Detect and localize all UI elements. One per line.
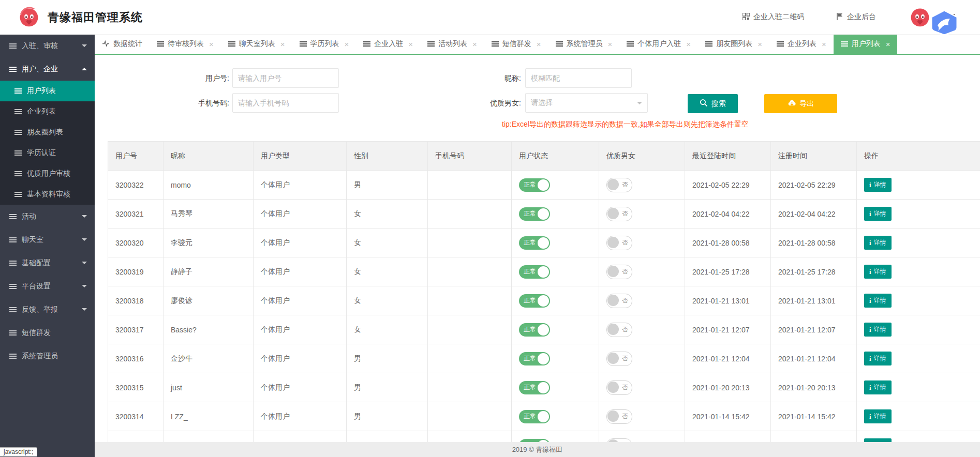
user-status-toggle[interactable]: 正常 xyxy=(519,323,550,337)
close-icon[interactable]: × xyxy=(209,40,214,48)
detail-button[interactable]: i详情 xyxy=(864,236,892,250)
sidebar-item-短信群发[interactable]: 短信群发 xyxy=(0,321,95,344)
sidebar-item-活动[interactable]: 活动 xyxy=(0,205,95,228)
premium-gender-toggle[interactable]: 否 xyxy=(606,207,632,221)
search-button-label: 搜索 xyxy=(711,99,726,109)
user-status-toggle[interactable]: 正常 xyxy=(519,352,550,365)
tab-个体用户入驻[interactable]: 个体用户入驻× xyxy=(619,34,698,54)
sidebar-item-用户、企业[interactable]: 用户、企业 xyxy=(0,57,95,81)
premium-gender-toggle[interactable]: 否 xyxy=(606,380,632,395)
user-status-toggle[interactable]: 正常 xyxy=(519,381,550,394)
tab-系统管理员[interactable]: 系统管理员× xyxy=(548,34,620,54)
list-icon xyxy=(363,41,370,47)
user-type-cell: 个体用户 xyxy=(254,402,347,431)
table-row: 3200319静静子个体用户女正常否2021-01-25 17:282021-0… xyxy=(108,257,980,286)
premium-gender-cell: 否 xyxy=(599,402,685,431)
list-icon xyxy=(9,353,17,359)
premium-gender-toggle[interactable]: 否 xyxy=(606,236,632,250)
premium-gender-select[interactable]: 请选择 xyxy=(525,93,648,113)
export-button[interactable]: 导出 xyxy=(764,94,837,113)
detail-button[interactable]: i详情 xyxy=(864,207,892,221)
close-icon[interactable]: × xyxy=(608,40,613,48)
premium-gender-toggle[interactable]: 否 xyxy=(606,294,632,308)
detail-button[interactable]: i详情 xyxy=(864,352,892,365)
enterprise-qr-link[interactable]: 企业入驻二维码 xyxy=(743,0,804,34)
sidebar-item-label: 基础配置 xyxy=(22,258,51,268)
sidebar-item-企业列表[interactable]: 企业列表 xyxy=(0,101,95,122)
sidebar-item-平台设置[interactable]: 平台设置 xyxy=(0,275,95,298)
user-status-toggle[interactable]: 正常 xyxy=(519,410,550,423)
close-icon[interactable]: × xyxy=(345,40,349,48)
user-id-input[interactable] xyxy=(232,68,339,88)
sidebar-item-朋友圈列表[interactable]: 朋友圈列表 xyxy=(0,122,95,143)
tab-企业列表[interactable]: 企业列表× xyxy=(769,34,834,54)
list-icon xyxy=(556,41,563,47)
sidebar-item-用户列表[interactable]: 用户列表 xyxy=(0,81,95,101)
sidebar-item-反馈、举报[interactable]: 反馈、举报 xyxy=(0,298,95,321)
detail-button[interactable]: i详情 xyxy=(864,178,892,192)
list-icon xyxy=(9,66,17,72)
premium-gender-toggle[interactable]: 否 xyxy=(606,409,632,424)
detail-button[interactable]: i详情 xyxy=(864,294,892,308)
toggle-knob xyxy=(607,353,619,364)
table-row: 3200315just个体用户男正常否2021-01-20 20:132021-… xyxy=(108,373,980,402)
sidebar-item-学历认证[interactable]: 学历认证 xyxy=(0,143,95,163)
close-icon[interactable]: × xyxy=(886,40,890,48)
registered-cell: 2021-01-21 12:07 xyxy=(771,315,857,344)
registered-cell: 2021-01-14 15:42 xyxy=(771,402,857,431)
sidebar-item-基本资料审核[interactable]: 基本资料审核 xyxy=(0,184,95,205)
sidebar-item-label: 用户、企业 xyxy=(22,65,58,74)
user-id-cell: 3200320 xyxy=(108,229,164,257)
close-icon[interactable]: × xyxy=(472,40,477,48)
user-type-cell: 个体用户 xyxy=(254,171,347,200)
user-status-toggle[interactable]: 正常 xyxy=(519,207,550,221)
sidebar-item-优质用户审核[interactable]: 优质用户审核 xyxy=(0,163,95,184)
sidebar-item-系统管理员[interactable]: 系统管理员 xyxy=(0,344,95,368)
detail-button[interactable]: i详情 xyxy=(864,409,892,423)
detail-button[interactable]: i详情 xyxy=(864,323,892,337)
premium-gender-toggle[interactable]: 否 xyxy=(606,265,632,279)
tab-bar: 数据统计待审核列表×聊天室列表×学历列表×企业入驻×活动列表×短信群发×系统管理… xyxy=(95,34,980,55)
tab-数据统计[interactable]: 数据统计 xyxy=(95,34,150,54)
tab-待审核列表[interactable]: 待审核列表× xyxy=(150,34,221,54)
user-id-cell: 3200321 xyxy=(108,200,164,229)
search-icon xyxy=(700,99,708,109)
user-status-toggle[interactable]: 正常 xyxy=(519,236,550,250)
tab-聊天室列表[interactable]: 聊天室列表× xyxy=(221,34,292,54)
detail-button[interactable]: i详情 xyxy=(864,380,892,394)
user-status-toggle[interactable]: 正常 xyxy=(519,294,550,308)
tab-活动列表[interactable]: 活动列表× xyxy=(420,34,484,54)
list-icon xyxy=(9,307,17,313)
detail-button[interactable]: i详情 xyxy=(864,438,892,442)
user-status-toggle[interactable]: 正常 xyxy=(519,265,550,279)
phone-input[interactable] xyxy=(232,93,339,113)
detail-button-label: 详情 xyxy=(874,412,886,421)
info-icon: i xyxy=(869,384,871,392)
sidebar-item-入驻、审核[interactable]: 入驻、审核 xyxy=(0,34,95,57)
gender-cell: 女 xyxy=(347,315,428,344)
sidebar-item-聊天室[interactable]: 聊天室 xyxy=(0,228,95,251)
nickname-input[interactable] xyxy=(525,68,632,88)
close-icon[interactable]: × xyxy=(280,40,285,48)
search-button[interactable]: 搜索 xyxy=(688,94,738,113)
close-icon[interactable]: × xyxy=(686,40,691,48)
enterprise-backend-link[interactable]: 企业后台 xyxy=(836,0,876,34)
close-icon[interactable]: × xyxy=(822,40,826,48)
premium-gender-toggle[interactable]: 否 xyxy=(606,438,632,443)
user-status-toggle[interactable]: 正常 xyxy=(519,178,550,192)
sidebar-item-基础配置[interactable]: 基础配置 xyxy=(0,251,95,275)
tab-用户列表[interactable]: 用户列表× xyxy=(834,34,898,54)
premium-gender-toggle[interactable]: 否 xyxy=(606,178,632,192)
tab-学历列表[interactable]: 学历列表× xyxy=(292,34,357,54)
close-icon[interactable]: × xyxy=(758,40,762,48)
premium-gender-toggle[interactable]: 否 xyxy=(606,352,632,366)
tab-朋友圈列表[interactable]: 朋友圈列表× xyxy=(698,34,769,54)
user-status-cell: 正常 xyxy=(512,229,599,257)
premium-gender-toggle[interactable]: 否 xyxy=(606,323,632,337)
tab-企业入驻[interactable]: 企业入驻× xyxy=(356,34,420,54)
detail-button[interactable]: i详情 xyxy=(864,265,892,279)
close-icon[interactable]: × xyxy=(408,40,413,48)
close-icon[interactable]: × xyxy=(537,40,541,48)
tab-短信群发[interactable]: 短信群发× xyxy=(484,34,548,54)
registered-cell: 2021-02-05 22:29 xyxy=(771,171,857,200)
